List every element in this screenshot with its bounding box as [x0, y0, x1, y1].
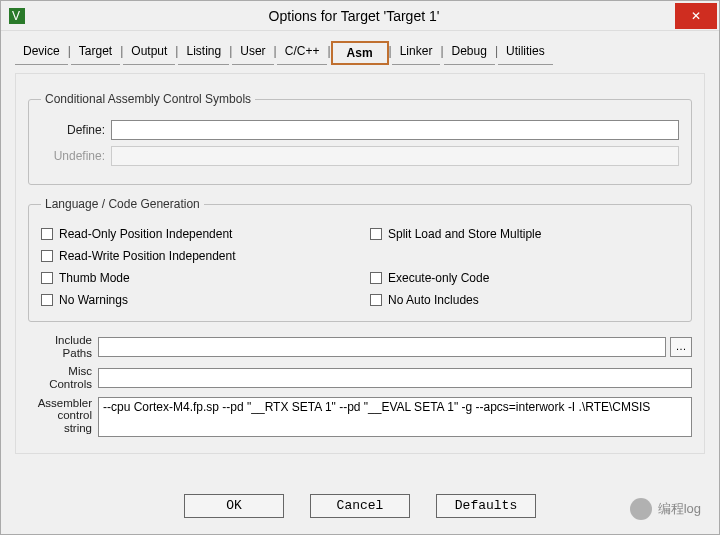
asm-string-label: Assembler control string: [28, 397, 98, 435]
ok-button[interactable]: OK: [184, 494, 284, 518]
group-language: Language / Code Generation Read-Only Pos…: [28, 197, 692, 322]
tab-listing[interactable]: Listing: [178, 41, 229, 65]
checkbox-rw-pi[interactable]: [41, 250, 53, 262]
misc-controls-input[interactable]: [98, 368, 692, 388]
label-nowarn: No Warnings: [59, 293, 128, 307]
label-thumb: Thumb Mode: [59, 271, 130, 285]
svg-text:V: V: [12, 9, 20, 23]
close-icon: ✕: [691, 9, 701, 23]
tab-cc[interactable]: C/C++: [277, 41, 328, 65]
assembler-control-string: --cpu Cortex-M4.fp.sp --pd "__RTX SETA 1…: [98, 397, 692, 437]
label-rw-pi: Read-Write Position Independent: [59, 249, 236, 263]
tab-device[interactable]: Device: [15, 41, 68, 65]
undefine-input: [111, 146, 679, 166]
tab-output[interactable]: Output: [123, 41, 175, 65]
define-input[interactable]: [111, 120, 679, 140]
include-label: Include Paths: [28, 334, 98, 359]
define-label: Define:: [41, 123, 111, 137]
dialog-window: V Options for Target 'Target 1' ✕ Device…: [0, 0, 720, 535]
titlebar: V Options for Target 'Target 1' ✕: [1, 1, 719, 31]
watermark: 编程log: [630, 498, 701, 520]
group-conditional-legend: Conditional Assembly Control Symbols: [41, 92, 255, 106]
tab-target[interactable]: Target: [71, 41, 120, 65]
checkbox-thumb[interactable]: [41, 272, 53, 284]
checkbox-ro-pi[interactable]: [41, 228, 53, 240]
checkbox-nowarn[interactable]: [41, 294, 53, 306]
include-paths-input[interactable]: [98, 337, 666, 357]
checkbox-split[interactable]: [370, 228, 382, 240]
tab-bar: Device|Target|Output|Listing|User|C/C++|…: [15, 41, 705, 65]
tab-panel-asm: Conditional Assembly Control Symbols Def…: [15, 73, 705, 454]
checkbox-noauto[interactable]: [370, 294, 382, 306]
group-language-legend: Language / Code Generation: [41, 197, 204, 211]
label-split: Split Load and Store Multiple: [388, 227, 541, 241]
tab-linker[interactable]: Linker: [392, 41, 441, 65]
checkbox-execonly[interactable]: [370, 272, 382, 284]
undefine-label: Undefine:: [41, 149, 111, 163]
cancel-button[interactable]: Cancel: [310, 494, 410, 518]
label-ro-pi: Read-Only Position Independent: [59, 227, 232, 241]
group-conditional: Conditional Assembly Control Symbols Def…: [28, 92, 692, 185]
defaults-button[interactable]: Defaults: [436, 494, 536, 518]
wechat-icon: [630, 498, 652, 520]
misc-label: Misc Controls: [28, 365, 98, 390]
button-bar: OK Cancel Defaults: [1, 494, 719, 518]
tab-asm[interactable]: Asm: [331, 41, 389, 65]
tab-debug[interactable]: Debug: [444, 41, 495, 65]
watermark-text: 编程log: [658, 500, 701, 518]
label-execonly: Execute-only Code: [388, 271, 489, 285]
include-browse-button[interactable]: …: [670, 337, 692, 357]
window-title: Options for Target 'Target 1': [33, 8, 675, 24]
tab-user[interactable]: User: [232, 41, 273, 65]
app-icon: V: [7, 6, 27, 26]
tab-utilities[interactable]: Utilities: [498, 41, 553, 65]
close-button[interactable]: ✕: [675, 3, 717, 29]
label-noauto: No Auto Includes: [388, 293, 479, 307]
